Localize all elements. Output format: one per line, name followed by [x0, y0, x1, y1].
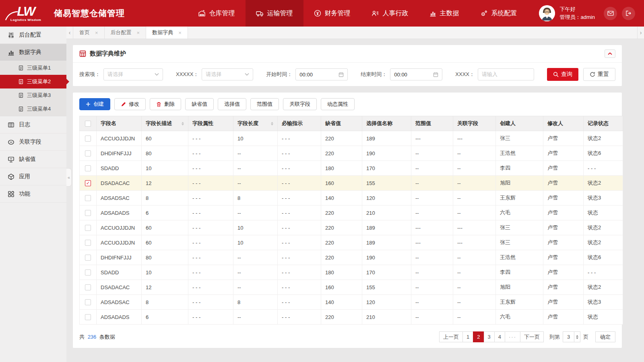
xxxx-input[interactable]: 请输入: [478, 68, 534, 80]
cell-7: --: [411, 191, 453, 206]
page-ellipsis[interactable]: ···: [505, 331, 520, 342]
toolbar-button-6[interactable]: 关联字段: [283, 98, 317, 110]
sidebar-item-6[interactable]: 日志: [0, 116, 66, 134]
sidebar-submenu: 三级菜单1三级菜单2三级菜单3三级菜单4: [0, 61, 66, 116]
cell-9: 王东辉: [496, 191, 543, 206]
sidebar-item-9[interactable]: 应用: [0, 168, 66, 185]
greeting-text: 下午好: [560, 5, 595, 13]
reset-button[interactable]: 重置: [583, 68, 615, 81]
next-page-button[interactable]: 下一页: [520, 331, 544, 342]
nav-item-4[interactable]: 主数据: [419, 0, 470, 27]
row-checkbox-cell: [80, 250, 97, 265]
header-action-mail[interactable]: [604, 7, 617, 20]
column-header-content: 缺省值: [325, 120, 358, 127]
nav-item-0[interactable]: 仓库管理: [188, 0, 246, 27]
sidebar-item-10[interactable]: 功能: [0, 185, 66, 203]
cell-9: 李四: [496, 265, 543, 280]
tab-0[interactable]: 首页×: [73, 27, 105, 39]
sidebar-item-8[interactable]: 缺省值: [0, 151, 66, 168]
page-button-2[interactable]: 2: [473, 331, 484, 342]
row-checkbox[interactable]: [85, 314, 91, 320]
select-all-checkbox[interactable]: [85, 121, 91, 127]
row-checkbox[interactable]: [85, 210, 91, 216]
tab-1[interactable]: 后台配置×: [105, 27, 147, 39]
toolbar-button-1[interactable]: 修改: [114, 98, 146, 110]
cell-5: 220: [321, 250, 362, 265]
column-header-content: 关联字段: [457, 120, 491, 127]
prev-page-button[interactable]: 上一页: [439, 331, 463, 342]
cell-1: 60: [142, 220, 188, 235]
row-checkbox[interactable]: [85, 165, 91, 171]
goto-page-spinner[interactable]: 3: [563, 331, 580, 342]
toolbar-button-2[interactable]: 删除: [150, 98, 181, 110]
row-checkbox[interactable]: [85, 225, 91, 231]
toolbar-button-4[interactable]: 选择值: [218, 98, 246, 110]
row-checkbox[interactable]: [85, 255, 91, 261]
cell-8: --: [453, 280, 496, 295]
close-icon[interactable]: ×: [178, 30, 182, 35]
nav-item-5[interactable]: 系统配置: [470, 0, 528, 27]
cell-2: - - -: [188, 235, 233, 250]
sidebar-subitem-5[interactable]: 三级菜单4: [0, 102, 66, 116]
page-button-3[interactable]: 3: [484, 331, 495, 342]
row-checkbox[interactable]: [85, 299, 91, 305]
row-checkbox[interactable]: [85, 136, 91, 142]
panel-collapse-button[interactable]: [605, 49, 615, 58]
sidebar-subitem-3[interactable]: 三级菜单2: [0, 75, 66, 88]
nav-item-2[interactable]: 财务管理: [303, 0, 361, 27]
sidebar-subitem-2[interactable]: 三级菜单1: [0, 61, 66, 75]
toolbar-button-7[interactable]: 动态属性: [321, 98, 355, 110]
page-button-1[interactable]: 1: [462, 331, 473, 342]
cell-1: 6: [142, 310, 188, 325]
page-button-4[interactable]: 4: [494, 331, 505, 342]
close-icon[interactable]: ×: [95, 30, 98, 35]
start-time-input[interactable]: 00:00: [295, 68, 348, 80]
row-checkbox[interactable]: [85, 195, 91, 201]
row-checkbox[interactable]: [85, 150, 91, 156]
nav-item-3[interactable]: 人事行政: [361, 0, 419, 27]
cell-3: 10: [233, 220, 278, 235]
column-header-content: 必输指示: [282, 120, 317, 127]
sidebar-collapse-handle[interactable]: «: [66, 168, 72, 187]
column-header-9: 创建人: [496, 116, 543, 131]
sidebar-item-0[interactable]: 后台配置: [0, 27, 66, 44]
filter-end-time: 结束时间： 00:00: [361, 68, 442, 80]
sidebar-item-label: 功能: [19, 190, 30, 197]
toolbar-button-0[interactable]: 创建: [79, 98, 110, 110]
goto-confirm-button[interactable]: 确定: [595, 331, 615, 342]
sort-icon[interactable]: [179, 122, 184, 125]
header-action-logout[interactable]: [622, 7, 635, 20]
cell-10: 卢雪: [543, 295, 584, 310]
tab-2[interactable]: 数据字典×: [146, 27, 188, 39]
toolbar-button-3[interactable]: 缺省值: [185, 98, 214, 110]
column-header-11: 记录状态: [584, 116, 623, 131]
xxxxx-select[interactable]: 请选择: [202, 68, 253, 80]
row-checkbox[interactable]: [85, 240, 91, 246]
tab-scroll-left-button[interactable]: ‹: [66, 27, 73, 39]
nav-item-label: 主数据: [440, 9, 459, 18]
cell-9: 旭阳: [496, 176, 543, 191]
search-select[interactable]: 请选择: [103, 68, 163, 80]
sort-icon[interactable]: [268, 122, 273, 125]
sidebar-subitem-4[interactable]: 三级菜单3: [0, 88, 66, 102]
sidebar-item-1[interactable]: 数据字典: [0, 44, 66, 61]
toolbar-button-5[interactable]: 范围值: [250, 98, 279, 110]
stepper-down-icon[interactable]: [576, 337, 578, 339]
nav-item-1[interactable]: 运输管理: [246, 0, 303, 27]
stepper-up-icon[interactable]: [576, 335, 578, 337]
filter-panel-header: 数据字典维护: [73, 45, 622, 63]
spinner-stepper[interactable]: [574, 332, 580, 342]
query-button[interactable]: 查询: [547, 68, 578, 81]
end-time-input[interactable]: 00:00: [390, 68, 442, 80]
row-checkbox[interactable]: ✓: [85, 180, 91, 186]
toolbar: 创建修改删除缺省值选择值范围值关联字段动态属性: [79, 98, 615, 110]
column-header-3: 字段长度: [233, 116, 278, 131]
archive-icon: [8, 121, 14, 128]
avatar[interactable]: [539, 5, 555, 21]
tab-scroll-right-button[interactable]: ›: [637, 27, 644, 39]
row-checkbox[interactable]: [85, 284, 91, 290]
sidebar-item-7[interactable]: 关联字段: [0, 134, 66, 151]
cell-7: --: [411, 161, 453, 176]
close-icon[interactable]: ×: [137, 30, 140, 35]
row-checkbox[interactable]: [85, 269, 91, 276]
